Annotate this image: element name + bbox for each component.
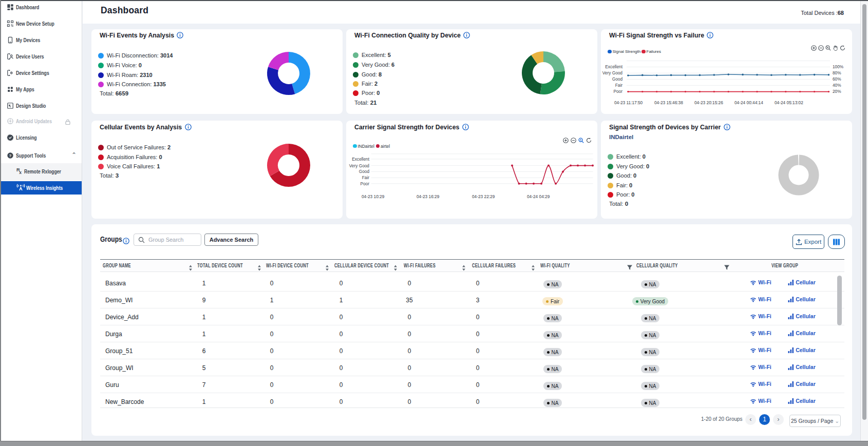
svg-text:x: x bbox=[19, 169, 22, 174]
svg-text:?: ? bbox=[9, 153, 12, 158]
